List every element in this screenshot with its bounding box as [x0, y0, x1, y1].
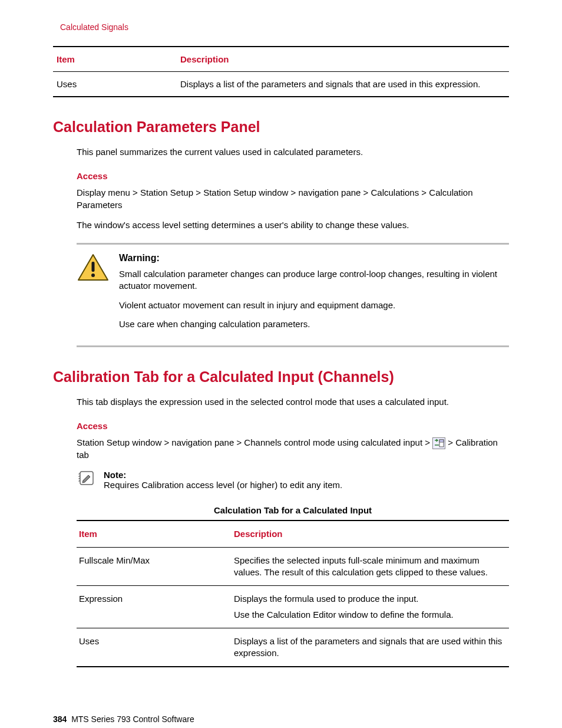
section-intro: This panel summarizes the current values…	[77, 146, 509, 158]
page-footer: 384 MTS Series 793 Control Software	[53, 714, 509, 724]
access-heading: Access	[77, 171, 509, 181]
svg-point-2	[91, 274, 95, 277]
access-path-2: Station Setup window > navigation pane >…	[77, 437, 509, 461]
note-text: Requires Calibration access level (or hi…	[104, 480, 342, 490]
cell-description: Displays a list of the parameters and si…	[180, 72, 509, 97]
page-number: 384	[53, 714, 67, 724]
table-row: Fullscale Min/Max Specifies the selected…	[77, 547, 509, 586]
table-header-description: Description	[180, 47, 509, 72]
warning-icon	[77, 253, 110, 337]
cell-item: Uses	[53, 72, 180, 97]
section-heading-calc-params: Calculation Parameters Panel	[53, 118, 509, 136]
item-description-table-2: Item Description Fullscale Min/Max Speci…	[77, 520, 509, 668]
access-note: The window's access level setting determ…	[77, 219, 509, 231]
footer-title: MTS Series 793 Control Software	[71, 714, 194, 724]
warning-text-3: Use care when changing calculation param…	[119, 318, 509, 330]
warning-block: Warning: Small calculation parameter cha…	[77, 243, 509, 347]
cell-line: Displays the formula used to produce the…	[234, 593, 507, 605]
svg-rect-5	[439, 440, 444, 442]
section-heading-calibration-tab: Calibration Tab for a Calculated Input (…	[53, 368, 509, 386]
table-header-item: Item	[53, 47, 180, 72]
cell-description: Displays the formula used to produce the…	[232, 586, 509, 628]
svg-rect-1	[92, 262, 95, 272]
cell-description: Specifies the selected inputs full-scale…	[232, 547, 509, 586]
note-title: Note:	[104, 470, 342, 480]
access-path: Display menu > Station Setup > Station S…	[77, 187, 509, 211]
table-header-description: Description	[232, 521, 509, 548]
breadcrumb-link[interactable]: Calculated Signals	[60, 22, 509, 32]
note-block: Note: Requires Calibration access level …	[77, 470, 509, 490]
cell-item: Uses	[77, 628, 232, 667]
warning-text-1: Small calculation parameter changes can …	[119, 268, 509, 292]
cell-item: Expression	[77, 586, 232, 628]
cell-item: Fullscale Min/Max	[77, 547, 232, 586]
table2-title: Calculation Tab for a Calculated Input	[77, 505, 509, 515]
warning-title: Warning:	[119, 253, 509, 263]
table-header-item: Item	[77, 521, 232, 548]
access-prefix: Station Setup window > navigation pane >…	[77, 437, 432, 447]
section-intro-2: This tab displays the expression used in…	[77, 396, 509, 408]
cell-description: Displays a list of the parameters and si…	[232, 628, 509, 667]
item-description-table-1: Item Description Uses Displays a list of…	[53, 46, 509, 97]
table-row: Uses Displays a list of the parameters a…	[77, 628, 509, 667]
toolbar-inline-icon	[432, 437, 445, 449]
table-row: Expression Displays the formula used to …	[77, 586, 509, 628]
table-row: Uses Displays a list of the parameters a…	[53, 72, 509, 97]
note-icon	[77, 470, 97, 490]
warning-text-2: Violent actuator movement can result in …	[119, 299, 509, 311]
access-heading-2: Access	[77, 421, 509, 431]
cell-line: Use the Calculation Editor window to def…	[234, 609, 507, 621]
